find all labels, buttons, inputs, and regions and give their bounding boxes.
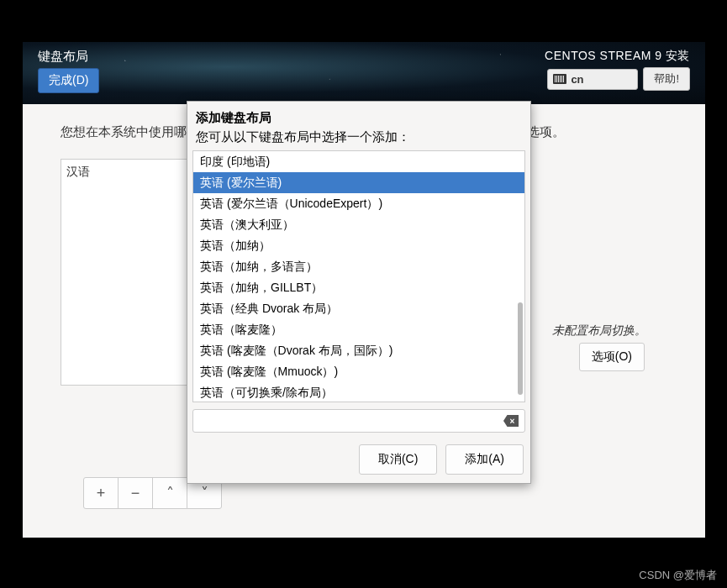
list-item[interactable]: 英语（加纳，多语言） — [193, 256, 524, 277]
header-left: 键盘布局 完成(D) — [38, 49, 99, 93]
list-item[interactable]: 英语（喀麦隆） — [193, 319, 524, 340]
dialog-title: 添加键盘布局 — [196, 110, 522, 126]
keyboard-indicator[interactable]: cn — [547, 69, 638, 90]
list-item[interactable]: 印度 (印地语) — [193, 151, 524, 172]
list-item[interactable]: 英语 (爱尔兰语) — [193, 172, 524, 193]
move-up-button[interactable]: ˄ — [152, 477, 187, 509]
page-title: 键盘布局 — [38, 49, 99, 65]
add-button[interactable]: 添加(A) — [445, 444, 524, 475]
remove-layout-button[interactable]: − — [118, 477, 153, 509]
list-item[interactable]: 英语 (爱尔兰语（UnicodeExpert）) — [193, 193, 524, 214]
options-button[interactable]: 选项(O) — [579, 343, 645, 371]
dialog-header: 添加键盘布局 — [187, 102, 530, 129]
cancel-button[interactable]: 取消(C) — [359, 444, 437, 475]
watermark: CSDN @爱博者 — [639, 568, 717, 583]
list-item[interactable]: 英语（加纳，GILLBT） — [193, 277, 524, 298]
dialog-subtitle: 您可从以下键盘布局中选择一个添加： — [187, 129, 530, 150]
installer-title: CENTOS STREAM 9 安装 — [545, 49, 690, 64]
add-layout-dialog: 添加键盘布局 您可从以下键盘布局中选择一个添加： 印度 (印地语) 英语 (爱尔… — [187, 101, 531, 484]
list-item[interactable]: 英语 (喀麦隆（Dvorak 布局，国际）) — [193, 340, 524, 361]
search-row: × — [192, 409, 525, 433]
list-item[interactable]: 英语（澳大利亚） — [193, 214, 524, 235]
list-item[interactable]: 英语（经典 Dvorak 布局） — [193, 298, 524, 319]
header-bar: 键盘布局 完成(D) CENTOS STREAM 9 安装 cn 帮助! — [23, 42, 705, 104]
dialog-button-row: 取消(C) 添加(A) — [187, 433, 530, 483]
header-right: CENTOS STREAM 9 安装 cn 帮助! — [545, 49, 690, 91]
layout-switch-status: 未配置布局切换。 — [552, 323, 646, 339]
list-item[interactable]: 英语（可切换乘/除布局） — [193, 382, 524, 402]
done-button[interactable]: 完成(D) — [38, 68, 99, 93]
add-layout-button[interactable]: + — [83, 477, 119, 509]
list-item[interactable]: 英语 (喀麦隆（Mmuock）) — [193, 361, 524, 382]
header-controls: cn 帮助! — [547, 67, 690, 91]
lang-code: cn — [571, 73, 583, 86]
search-input[interactable] — [192, 409, 525, 433]
list-item[interactable]: 英语（加纳） — [193, 235, 524, 256]
list-scrollbar[interactable] — [518, 302, 523, 395]
keyboard-icon — [553, 74, 566, 84]
help-button[interactable]: 帮助! — [643, 67, 690, 91]
available-layouts-list[interactable]: 印度 (印地语) 英语 (爱尔兰语) 英语 (爱尔兰语（UnicodeExper… — [192, 150, 525, 402]
